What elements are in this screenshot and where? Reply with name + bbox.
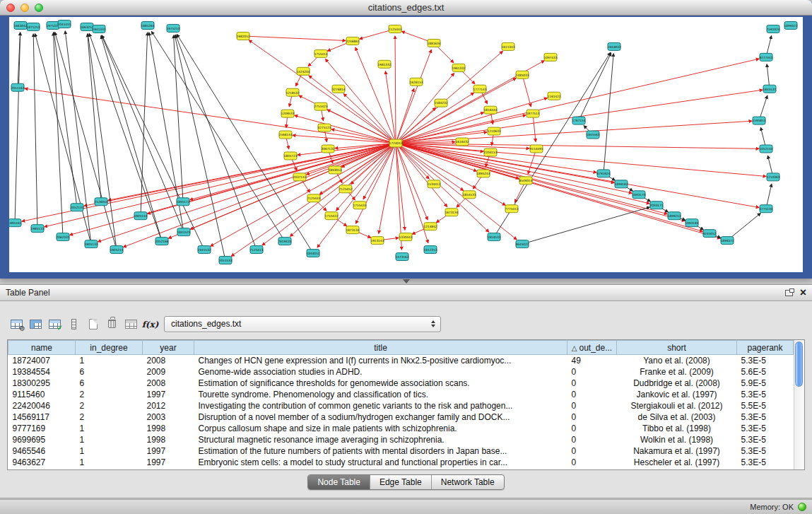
network-node[interactable]: 1895172 xyxy=(176,198,189,206)
network-node[interactable]: 1693170 xyxy=(632,191,645,199)
vertical-scrollbar[interactable] xyxy=(794,340,804,469)
column-header-short[interactable]: short xyxy=(617,341,737,355)
network-node[interactable]: 1854533 xyxy=(487,233,500,241)
column-header-pagerank[interactable]: pagerank xyxy=(737,341,794,355)
network-node[interactable]: 1805723 xyxy=(283,152,297,160)
column-header-name[interactable]: name xyxy=(8,341,76,355)
table-row[interactable]: 1938455462009Genome-wide association stu… xyxy=(8,366,794,378)
network-node[interactable]: 9245052 xyxy=(702,230,716,238)
network-node[interactable]: 1975253 xyxy=(166,24,180,32)
network-node[interactable]: 2051163 xyxy=(11,83,24,91)
delete-table-button[interactable] xyxy=(122,315,141,334)
network-node[interactable]: 1845531 xyxy=(763,85,776,93)
table-row[interactable]: 1830029562008Estimation of significance … xyxy=(8,378,794,389)
network-node[interactable]: 5905144 xyxy=(134,212,147,220)
network-node[interactable]: 1584232 xyxy=(434,99,447,107)
network-node[interactable]: 1881634 xyxy=(427,39,440,47)
table-row[interactable]: 1872400712008Changes of HCN gene express… xyxy=(8,355,794,366)
network-node[interactable]: 1899371 xyxy=(720,237,734,245)
network-node[interactable]: 1895161 xyxy=(9,219,22,227)
minimize-window-button[interactable] xyxy=(20,4,29,12)
create-column-button[interactable] xyxy=(83,315,102,334)
network-node[interactable]: 2062335 xyxy=(56,233,69,241)
network-node[interactable]: 1981332 xyxy=(377,60,391,68)
network-node[interactable]: 1767154 xyxy=(572,117,585,124)
network-node[interactable]: 1941332 xyxy=(92,25,105,33)
network-node[interactable]: 7591024 xyxy=(766,25,779,33)
network-node[interactable]: 1816444 xyxy=(483,106,497,114)
network-node[interactable]: 2526044 xyxy=(94,198,107,206)
network-node[interactable]: 1881264 xyxy=(141,21,154,29)
network-node[interactable]: 1097433 xyxy=(543,53,557,61)
network-node[interactable]: 2052166 xyxy=(155,238,168,245)
column-header-year[interactable]: year xyxy=(143,341,194,355)
network-node[interactable]: 7619433 xyxy=(278,238,291,245)
row-options-button[interactable] xyxy=(64,315,83,334)
table-row[interactable]: 1456911722003Disruption of a novel membe… xyxy=(8,411,794,423)
network-node[interactable]: 1841525 xyxy=(177,228,190,236)
function-builder-button[interactable] xyxy=(141,315,160,334)
network-node[interactable]: 9154491 xyxy=(529,145,543,153)
network-node[interactable]: 1899182 xyxy=(614,180,628,188)
network-node[interactable]: 1877513 xyxy=(526,110,539,117)
zoom-window-button[interactable] xyxy=(35,4,43,12)
network-node[interactable]: 1052144 xyxy=(759,145,772,153)
table-row[interactable]: 911546021997Tourette syndrome. Phenomeno… xyxy=(8,389,794,400)
network-node[interactable]: 1473163 xyxy=(395,253,408,261)
table-scroll-area[interactable]: namein_degreeyeartitle△out_de...shortpag… xyxy=(8,340,794,469)
network-node[interactable]: 2037143 xyxy=(293,173,306,181)
scrollbar-thumb[interactable] xyxy=(795,341,803,387)
network-node[interactable]: 1871253 xyxy=(26,23,40,30)
network-node[interactable]: 1330443 xyxy=(399,233,412,241)
network-canvas[interactable]: 1724043188163411254432246861175541414242… xyxy=(9,17,803,272)
network-node[interactable]: 1905214 xyxy=(110,246,123,254)
network-node[interactable]: 1595853 xyxy=(752,117,765,124)
network-node[interactable]: 7485033 xyxy=(515,71,529,78)
network-node[interactable]: 6775134 xyxy=(759,205,772,213)
network-node[interactable]: 7125452 xyxy=(339,185,352,193)
network-node[interactable]: 1985133 xyxy=(30,225,44,233)
table-source-dropdown[interactable]: citations_edges.txt xyxy=(164,316,441,332)
network-node[interactable]: 6791924 xyxy=(596,170,610,177)
network-node[interactable]: 1944833 xyxy=(607,42,620,50)
show-columns-button[interactable] xyxy=(26,315,45,334)
network-node[interactable]: 1611343 xyxy=(501,42,514,50)
table-mode-button[interactable] xyxy=(7,315,26,334)
network-node[interactable]: 9277443 xyxy=(759,53,772,61)
network-node[interactable]: 1873134 xyxy=(346,226,359,234)
network-node[interactable]: 1626153 xyxy=(409,78,423,86)
network-node[interactable]: 3067132 xyxy=(321,145,334,153)
network-node[interactable]: 1616432 xyxy=(455,138,469,146)
network-node[interactable]: 2566144 xyxy=(278,131,292,139)
network-node[interactable]: 2093171 xyxy=(649,201,663,209)
network-node[interactable]: 1755422 xyxy=(324,212,338,220)
network-node[interactable]: 1755414 xyxy=(314,49,327,57)
network-node[interactable]: 2751423 xyxy=(314,103,327,110)
network-node[interactable]: 1893053 xyxy=(328,166,341,174)
network-node[interactable]: 2041455 xyxy=(57,20,71,28)
network-node[interactable]: 1218532 xyxy=(286,88,299,96)
network-node[interactable]: 1895243 xyxy=(476,170,490,177)
network-node[interactable]: 1424204 xyxy=(296,67,310,75)
network-node[interactable]: 3276814 xyxy=(331,85,345,93)
network-node[interactable]: 5905133 xyxy=(84,240,98,248)
table-row[interactable]: 977716911998Corpus callosum shape and si… xyxy=(8,423,794,434)
network-graph[interactable]: 1724043188163411254432246861175541414242… xyxy=(9,17,803,272)
network-node[interactable]: 1755433 xyxy=(353,201,366,209)
network-node[interactable]: 1982052 xyxy=(236,32,249,40)
tab-edge-table[interactable]: Edge Table xyxy=(370,475,431,489)
network-node[interactable]: 2204153 xyxy=(483,148,497,156)
network-node[interactable]: 1899322 xyxy=(784,21,797,29)
network-node[interactable]: 7125413 xyxy=(249,246,263,254)
column-header-title[interactable]: title xyxy=(194,341,567,355)
close-window-button[interactable] xyxy=(6,4,15,12)
network-node[interactable]: 1845563 xyxy=(586,131,599,139)
tab-node-table[interactable]: Node Table xyxy=(308,475,370,489)
network-node[interactable]: 1724043 xyxy=(389,139,402,147)
network-node[interactable]: 1209533 xyxy=(281,110,294,117)
network-node[interactable]: 1777143 xyxy=(473,85,486,93)
network-node[interactable]: 1673134 xyxy=(445,209,458,216)
network-node[interactable]: 1854533 xyxy=(462,191,476,199)
network-node[interactable]: 2246861 xyxy=(346,37,359,45)
column-header-out_degree[interactable]: △out_de... xyxy=(567,341,617,355)
